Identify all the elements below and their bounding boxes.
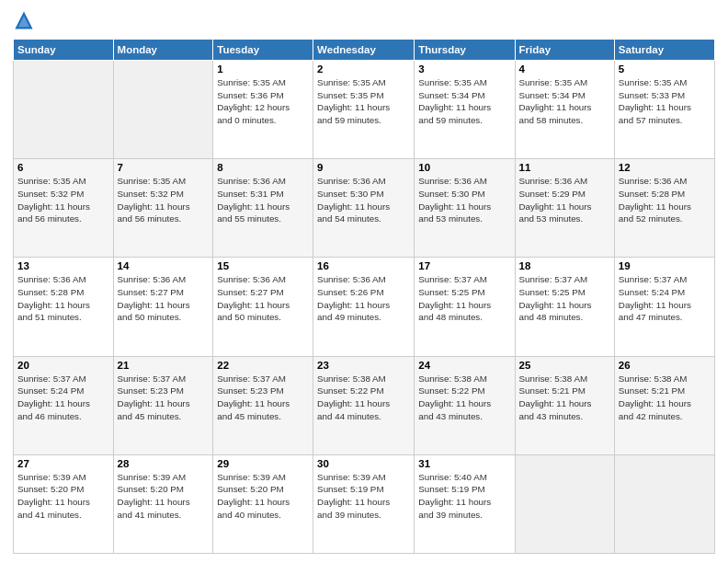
day-number: 1 [217, 63, 309, 75]
calendar-table: SundayMondayTuesdayWednesdayThursdayFrid… [13, 39, 715, 554]
calendar-cell: 7Sunrise: 5:35 AM Sunset: 5:32 PM Daylig… [113, 159, 213, 258]
calendar-cell [614, 454, 714, 553]
calendar-week-row: 27Sunrise: 5:39 AM Sunset: 5:20 PM Dayli… [14, 454, 715, 553]
logo [13, 9, 39, 31]
calendar-cell: 13Sunrise: 5:36 AM Sunset: 5:28 PM Dayli… [14, 258, 114, 356]
day-number: 2 [317, 63, 410, 75]
day-info: Sunrise: 5:35 AM Sunset: 5:33 PM Dayligh… [619, 76, 711, 127]
day-info: Sunrise: 5:36 AM Sunset: 5:26 PM Dayligh… [317, 273, 410, 324]
day-number: 8 [217, 162, 309, 173]
weekday-header: Friday [515, 40, 614, 61]
calendar-cell: 28Sunrise: 5:39 AM Sunset: 5:20 PM Dayli… [113, 454, 213, 553]
calendar-week-row: 1Sunrise: 5:35 AM Sunset: 5:36 PM Daylig… [14, 61, 715, 159]
day-number: 20 [17, 360, 109, 371]
calendar-cell: 25Sunrise: 5:38 AM Sunset: 5:21 PM Dayli… [515, 356, 614, 454]
calendar-cell: 15Sunrise: 5:36 AM Sunset: 5:27 PM Dayli… [213, 258, 313, 356]
day-number: 28 [118, 458, 210, 469]
calendar-cell: 23Sunrise: 5:38 AM Sunset: 5:22 PM Dayli… [313, 356, 415, 454]
calendar-cell [515, 454, 614, 553]
day-number: 4 [519, 63, 610, 75]
calendar-cell: 18Sunrise: 5:37 AM Sunset: 5:25 PM Dayli… [515, 258, 614, 356]
day-number: 16 [317, 260, 410, 271]
day-number: 30 [317, 458, 410, 469]
day-number: 26 [619, 360, 711, 371]
day-info: Sunrise: 5:38 AM Sunset: 5:22 PM Dayligh… [418, 373, 510, 423]
calendar-cell: 31Sunrise: 5:40 AM Sunset: 5:19 PM Dayli… [415, 454, 515, 553]
day-info: Sunrise: 5:39 AM Sunset: 5:19 PM Dayligh… [317, 471, 410, 522]
weekday-header: Tuesday [213, 40, 313, 61]
day-number: 18 [519, 260, 610, 271]
day-number: 10 [418, 162, 510, 173]
day-info: Sunrise: 5:35 AM Sunset: 5:35 PM Dayligh… [317, 76, 410, 127]
day-number: 17 [418, 260, 510, 271]
day-number: 19 [619, 260, 711, 271]
day-number: 3 [418, 63, 510, 75]
calendar-cell: 27Sunrise: 5:39 AM Sunset: 5:20 PM Dayli… [14, 454, 114, 553]
day-info: Sunrise: 5:37 AM Sunset: 5:25 PM Dayligh… [519, 273, 610, 324]
day-info: Sunrise: 5:35 AM Sunset: 5:32 PM Dayligh… [118, 175, 210, 225]
day-info: Sunrise: 5:39 AM Sunset: 5:20 PM Dayligh… [118, 471, 210, 522]
calendar-header-row: SundayMondayTuesdayWednesdayThursdayFrid… [14, 40, 715, 61]
day-number: 7 [118, 162, 210, 173]
day-number: 24 [418, 360, 510, 371]
day-info: Sunrise: 5:36 AM Sunset: 5:31 PM Dayligh… [217, 175, 309, 225]
calendar-week-row: 20Sunrise: 5:37 AM Sunset: 5:24 PM Dayli… [14, 356, 715, 454]
calendar-cell: 10Sunrise: 5:36 AM Sunset: 5:30 PM Dayli… [415, 159, 515, 258]
calendar-cell: 5Sunrise: 5:35 AM Sunset: 5:33 PM Daylig… [614, 61, 714, 159]
day-info: Sunrise: 5:38 AM Sunset: 5:22 PM Dayligh… [317, 373, 410, 423]
calendar-cell: 22Sunrise: 5:37 AM Sunset: 5:23 PM Dayli… [213, 356, 313, 454]
calendar-cell: 6Sunrise: 5:35 AM Sunset: 5:32 PM Daylig… [14, 159, 114, 258]
day-info: Sunrise: 5:36 AM Sunset: 5:27 PM Dayligh… [217, 273, 309, 324]
day-number: 27 [17, 458, 109, 469]
calendar-cell: 21Sunrise: 5:37 AM Sunset: 5:23 PM Dayli… [113, 356, 213, 454]
day-info: Sunrise: 5:39 AM Sunset: 5:20 PM Dayligh… [217, 471, 309, 522]
calendar-cell: 16Sunrise: 5:36 AM Sunset: 5:26 PM Dayli… [313, 258, 415, 356]
day-info: Sunrise: 5:38 AM Sunset: 5:21 PM Dayligh… [519, 373, 610, 423]
day-number: 23 [317, 360, 410, 371]
day-number: 25 [519, 360, 610, 371]
calendar-cell: 1Sunrise: 5:35 AM Sunset: 5:36 PM Daylig… [213, 61, 313, 159]
day-info: Sunrise: 5:37 AM Sunset: 5:23 PM Dayligh… [118, 373, 210, 423]
calendar-cell: 20Sunrise: 5:37 AM Sunset: 5:24 PM Dayli… [14, 356, 114, 454]
calendar-cell [14, 61, 114, 159]
day-info: Sunrise: 5:36 AM Sunset: 5:28 PM Dayligh… [17, 273, 109, 324]
weekday-header: Monday [113, 40, 213, 61]
day-info: Sunrise: 5:37 AM Sunset: 5:23 PM Dayligh… [217, 373, 309, 423]
day-info: Sunrise: 5:35 AM Sunset: 5:34 PM Dayligh… [418, 76, 510, 127]
day-info: Sunrise: 5:35 AM Sunset: 5:32 PM Dayligh… [17, 175, 109, 225]
calendar-cell: 8Sunrise: 5:36 AM Sunset: 5:31 PM Daylig… [213, 159, 313, 258]
day-info: Sunrise: 5:35 AM Sunset: 5:36 PM Dayligh… [217, 76, 309, 127]
weekday-header: Saturday [614, 40, 714, 61]
weekday-header: Thursday [415, 40, 515, 61]
day-info: Sunrise: 5:36 AM Sunset: 5:28 PM Dayligh… [619, 175, 711, 225]
calendar-cell: 26Sunrise: 5:38 AM Sunset: 5:21 PM Dayli… [614, 356, 714, 454]
day-number: 5 [619, 63, 711, 75]
calendar-cell: 9Sunrise: 5:36 AM Sunset: 5:30 PM Daylig… [313, 159, 415, 258]
day-info: Sunrise: 5:36 AM Sunset: 5:30 PM Dayligh… [317, 175, 410, 225]
day-number: 13 [17, 260, 109, 271]
calendar-week-row: 13Sunrise: 5:36 AM Sunset: 5:28 PM Dayli… [14, 258, 715, 356]
day-number: 11 [519, 162, 610, 173]
day-info: Sunrise: 5:36 AM Sunset: 5:29 PM Dayligh… [519, 175, 610, 225]
day-info: Sunrise: 5:35 AM Sunset: 5:34 PM Dayligh… [519, 76, 610, 127]
header [13, 9, 715, 31]
calendar-cell: 17Sunrise: 5:37 AM Sunset: 5:25 PM Dayli… [415, 258, 515, 356]
calendar-cell: 24Sunrise: 5:38 AM Sunset: 5:22 PM Dayli… [415, 356, 515, 454]
day-number: 12 [619, 162, 711, 173]
day-number: 22 [217, 360, 309, 371]
calendar-week-row: 6Sunrise: 5:35 AM Sunset: 5:32 PM Daylig… [14, 159, 715, 258]
day-number: 29 [217, 458, 309, 469]
calendar-cell: 19Sunrise: 5:37 AM Sunset: 5:24 PM Dayli… [614, 258, 714, 356]
calendar-cell: 4Sunrise: 5:35 AM Sunset: 5:34 PM Daylig… [515, 61, 614, 159]
calendar-cell: 12Sunrise: 5:36 AM Sunset: 5:28 PM Dayli… [614, 159, 714, 258]
calendar-cell: 3Sunrise: 5:35 AM Sunset: 5:34 PM Daylig… [415, 61, 515, 159]
day-info: Sunrise: 5:39 AM Sunset: 5:20 PM Dayligh… [17, 471, 109, 522]
day-info: Sunrise: 5:37 AM Sunset: 5:25 PM Dayligh… [418, 273, 510, 324]
day-info: Sunrise: 5:37 AM Sunset: 5:24 PM Dayligh… [619, 273, 711, 324]
weekday-header: Wednesday [313, 40, 415, 61]
calendar-cell: 14Sunrise: 5:36 AM Sunset: 5:27 PM Dayli… [113, 258, 213, 356]
day-number: 21 [118, 360, 210, 371]
logo-icon [13, 9, 35, 31]
day-number: 31 [418, 458, 510, 469]
calendar-cell: 30Sunrise: 5:39 AM Sunset: 5:19 PM Dayli… [313, 454, 415, 553]
